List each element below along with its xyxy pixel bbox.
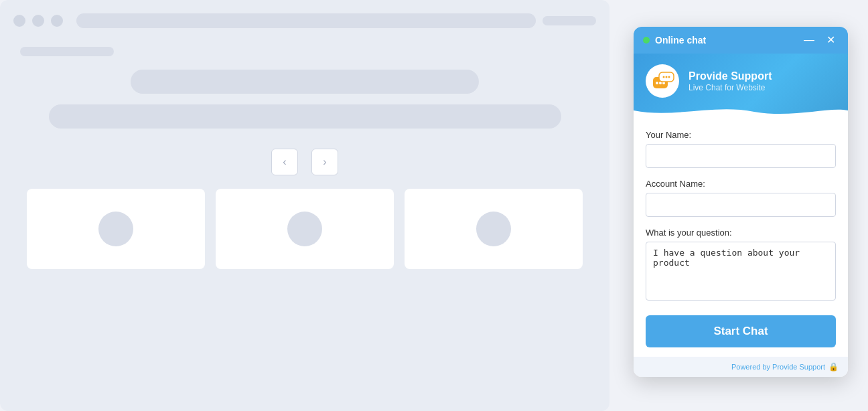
browser-toolbar-wf — [542, 16, 596, 25]
question-label: What is your question: — [646, 228, 836, 238]
next-arrow[interactable]: › — [311, 149, 338, 175]
prev-arrow[interactable]: ‹ — [271, 149, 298, 175]
account-group: Account Name: — [646, 179, 836, 217]
browser-dot-yellow — [32, 15, 44, 27]
browser-content: ‹ › — [13, 40, 596, 276]
wf-card-2 — [216, 189, 394, 269]
svg-point-1 — [656, 82, 658, 84]
chat-bubbles-icon — [652, 72, 675, 92]
name-label: Your Name: — [646, 130, 836, 140]
start-chat-button[interactable]: Start Chat — [646, 315, 836, 347]
brand-logo-inner — [652, 72, 672, 90]
svg-point-6 — [666, 76, 668, 78]
browser-mockup: ‹ › — [0, 0, 609, 411]
question-textarea[interactable] — [646, 242, 836, 301]
wf-card-circle-3 — [476, 212, 511, 246]
brand-logo — [646, 64, 679, 98]
brand-wave — [634, 104, 848, 118]
chat-title: Online chat — [655, 35, 795, 46]
wf-card-circle-2 — [287, 212, 322, 246]
lock-icon: 🔒 — [828, 362, 839, 372]
brand-text: Provide Support Live Chat for Website — [689, 70, 772, 92]
account-label: Account Name: — [646, 179, 836, 189]
chat-footer: Powered by Provide Support 🔒 — [634, 357, 848, 377]
wf-card-3 — [405, 189, 583, 269]
brand-subtitle: Live Chat for Website — [689, 83, 772, 92]
wf-bar-1 — [20, 47, 114, 56]
wf-long-bar — [49, 104, 561, 129]
name-group: Your Name: — [646, 130, 836, 168]
svg-point-2 — [659, 82, 662, 84]
close-button[interactable]: ✕ — [823, 33, 839, 47]
chat-titlebar: Online chat — ✕ — [634, 27, 848, 54]
browser-dot-red — [13, 15, 25, 27]
svg-point-7 — [668, 76, 670, 78]
question-group: What is your question: — [646, 228, 836, 303]
name-input[interactable] — [646, 144, 836, 168]
powered-by-link[interactable]: Powered by Provide Support — [731, 363, 825, 371]
browser-topbar — [13, 13, 596, 28]
wf-cards — [20, 189, 589, 269]
wf-navigation: ‹ › — [20, 149, 589, 175]
chat-brand-header: Provide Support Live Chat for Website — [634, 54, 848, 118]
account-input[interactable] — [646, 193, 836, 217]
wf-search-bar — [131, 70, 479, 94]
browser-dot-green — [51, 15, 63, 27]
minimize-button[interactable]: — — [800, 33, 818, 47]
chat-widget: Online chat — ✕ Provide Support — [634, 27, 848, 377]
svg-point-5 — [663, 76, 665, 78]
wf-card-1 — [27, 189, 205, 269]
chat-form-body: Your Name: Account Name: What is your qu… — [634, 118, 848, 357]
browser-address-bar — [76, 13, 536, 28]
online-status-dot — [643, 37, 650, 44]
wf-card-circle-1 — [98, 212, 133, 246]
brand-name: Provide Support — [689, 70, 772, 82]
